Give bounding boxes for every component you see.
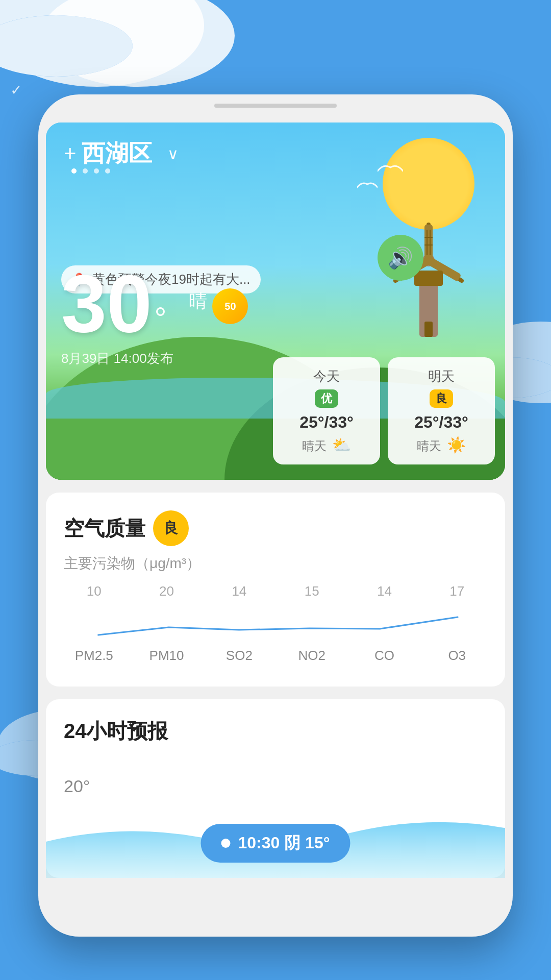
forecast-24-card: 24小时预报 20° 10:30 阴 15° [46, 699, 505, 878]
phone-notch [214, 104, 337, 108]
temperature-value: 30 [61, 258, 152, 349]
today-aqi-badge: 优 [315, 389, 338, 408]
val-pm10: 20 [136, 583, 197, 599]
dot-2 [83, 168, 88, 174]
tomorrow-forecast-card[interactable]: 明天 良 25°/33° 晴天 ☀️ [388, 357, 495, 464]
phone-frame: + 西湖区 ∨ 🔊 📍 黄色预警今夜19时起有大... 30 ° 晴 50 [38, 94, 513, 937]
time-text: 10:30 阴 15° [238, 832, 330, 854]
dot-1 [71, 168, 77, 174]
speaker-icon: 🔊 [388, 246, 413, 270]
forecast-cards: 今天 优 25°/33° 晴天 ⛅ 明天 良 25°/33° 晴天 ☀️ [273, 357, 495, 464]
temperature-display: 30 ° 晴 50 8月39日 14:00发布 [61, 263, 173, 368]
svg-rect-9 [424, 322, 433, 337]
time-indicator-dot [221, 839, 230, 848]
background-cloud-1 [0, 15, 133, 77]
svg-rect-4 [424, 225, 433, 260]
chart-labels-row: PM2.5 PM10 SO2 NO2 CO O3 [64, 648, 487, 664]
air-quality-badge: 良 [153, 510, 189, 546]
location-name: 西湖区 [82, 138, 152, 169]
dot-3 [94, 168, 99, 174]
today-temp: 25°/33° [286, 413, 367, 432]
chart-line [64, 602, 487, 643]
chart-values-row: 10 20 14 15 14 17 [64, 583, 487, 599]
forecast-24-title: 24小时预报 [64, 717, 487, 745]
air-quality-chart: 10 20 14 15 14 17 PM2.5 PM10 SO2 NO2 CO … [64, 583, 487, 675]
lbl-pm10: PM10 [136, 648, 197, 664]
chevron-down-icon[interactable]: ∨ [167, 145, 179, 163]
today-label: 今天 [286, 368, 367, 385]
val-pm25: 10 [64, 583, 124, 599]
tomorrow-label: 明天 [400, 368, 482, 385]
bg-bird-1: ✓ [10, 82, 22, 99]
weather-card: + 西湖区 ∨ 🔊 📍 黄色预警今夜19时起有大... 30 ° 晴 50 [46, 122, 505, 480]
degree-symbol: ° [154, 301, 166, 335]
val-so2: 14 [209, 583, 270, 599]
tomorrow-aqi-badge: 良 [430, 389, 453, 408]
air-quality-card: 空气质量 良 主要污染物（μg/m³） 10 20 14 15 14 17 PM… [46, 493, 505, 687]
val-no2: 15 [282, 583, 342, 599]
val-co: 14 [354, 583, 415, 599]
today-condition: 晴天 ⛅ [286, 436, 367, 454]
speaker-button[interactable]: 🔊 [378, 235, 423, 281]
tomorrow-weather-icon: ☀️ [447, 436, 466, 453]
weather-condition: 晴 [189, 289, 207, 314]
add-location-button[interactable]: + [64, 143, 77, 164]
lbl-co: CO [354, 648, 415, 664]
pollutant-label: 主要污染物（μg/m³） [64, 554, 487, 573]
temp-baseline: 20° [64, 776, 90, 796]
card-bird-1 [378, 163, 403, 180]
lbl-no2: NO2 [282, 648, 342, 664]
dot-4 [105, 168, 110, 174]
location-dots [71, 168, 110, 174]
tomorrow-temp: 25°/33° [400, 413, 482, 432]
card-bird-2 [357, 179, 378, 195]
svg-rect-8 [414, 271, 443, 286]
air-quality-title: 空气质量 良 [64, 510, 487, 546]
aqi-badge: 50 [212, 288, 248, 324]
tomorrow-condition: 晴天 ☀️ [400, 436, 482, 454]
today-forecast-card[interactable]: 今天 优 25°/33° 晴天 ⛅ [273, 357, 380, 464]
val-o3: 17 [427, 583, 487, 599]
time-badge: 10:30 阴 15° [201, 824, 350, 863]
lbl-pm25: PM2.5 [64, 648, 124, 664]
location-header: + 西湖区 ∨ [64, 138, 179, 169]
today-weather-icon: ⛅ [332, 436, 351, 453]
lbl-so2: SO2 [209, 648, 270, 664]
lbl-o3: O3 [427, 648, 487, 664]
publish-time: 8月39日 14:00发布 [61, 350, 173, 368]
